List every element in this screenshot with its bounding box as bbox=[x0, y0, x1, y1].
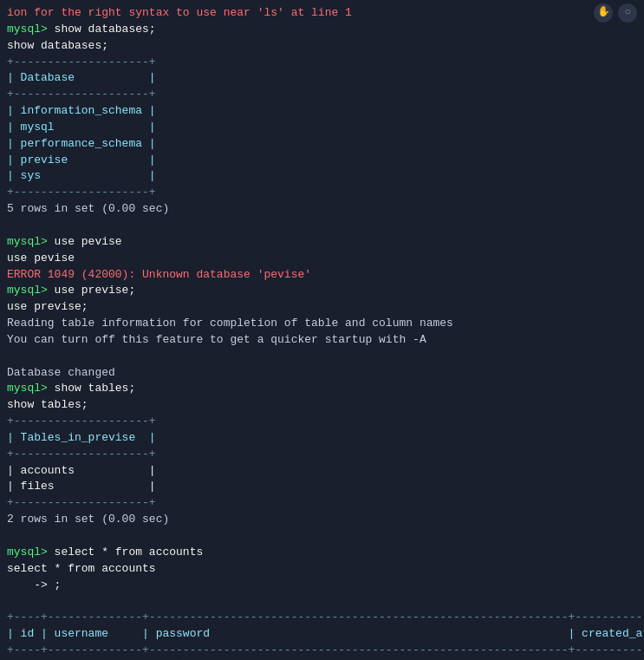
line-prompt-use-previse: mysql> use previse; bbox=[7, 283, 637, 299]
line-db-changed: Database changed bbox=[7, 365, 637, 382]
line-error-unknown-db: ERROR 1049 (42000): Unknown database 'pe… bbox=[7, 267, 637, 284]
line-tb5: +--------------------+ bbox=[7, 447, 637, 463]
line-cmd-select-arrow: -> ; bbox=[7, 578, 637, 594]
line-prompt-show-tables: mysql> show tables; bbox=[7, 381, 637, 397]
line-db-header: | Database | bbox=[7, 70, 637, 87]
line-db-info-schema: | information_schema | bbox=[7, 103, 637, 120]
line-acc-header: | id | username | password | created_at … bbox=[7, 626, 637, 643]
line-error-ls: ion for the right syntax to use near 'ls… bbox=[7, 5, 637, 22]
line-tables-header: | Tables_in_previse | bbox=[7, 430, 637, 447]
line-tb1: +--------------------+ bbox=[7, 55, 637, 71]
line-cmd-show-tables: show tables; bbox=[7, 397, 637, 414]
line-db-mysql: | mysql | bbox=[7, 120, 637, 136]
line-rows-db: 5 rows in set (0.00 sec) bbox=[7, 201, 637, 218]
line-tb3: +--------------------+ bbox=[7, 185, 637, 201]
top-bar: ✋ ○ bbox=[594, 3, 637, 23]
line-table-files: | files | bbox=[7, 479, 637, 495]
line-blank4 bbox=[7, 593, 637, 610]
circle-icon: ○ bbox=[618, 3, 637, 23]
line-blank1 bbox=[7, 218, 637, 234]
line-blank2 bbox=[7, 349, 637, 365]
line-db-perf-schema: | performance_schema | bbox=[7, 136, 637, 153]
terminal-window: ✋ ○ ion for the right syntax to use near… bbox=[0, 0, 644, 660]
line-cmd-show-db: show databases; bbox=[7, 38, 637, 55]
line-cmd-use-pevise: use pevise bbox=[7, 251, 637, 267]
line-prompt-use-pevise: mysql> use pevise bbox=[7, 234, 637, 251]
line-table-accounts: | accounts | bbox=[7, 463, 637, 480]
line-turn-off: You can turn off this feature to get a q… bbox=[7, 332, 637, 349]
line-tb2: +--------------------+ bbox=[7, 87, 637, 103]
line-acc-border-top: +----+--------------+-------------------… bbox=[7, 610, 637, 626]
line-reading-table: Reading table information for completion… bbox=[7, 316, 637, 332]
line-tb6: +--------------------+ bbox=[7, 495, 637, 512]
line-rows-tables: 2 rows in set (0.00 sec) bbox=[7, 512, 637, 528]
line-acc-border-mid: +----+--------------+-------------------… bbox=[7, 643, 637, 659]
line-blank3 bbox=[7, 528, 637, 545]
line-db-previse: | previse | bbox=[7, 153, 637, 169]
line-prompt-select: mysql> select * from accounts bbox=[7, 545, 637, 561]
line-cmd-use-previse: use previse; bbox=[7, 299, 637, 316]
line-cmd-select: select * from accounts bbox=[7, 561, 637, 578]
hand-icon: ✋ bbox=[594, 3, 613, 23]
line-prompt-show-db: mysql> show databases; bbox=[7, 22, 637, 38]
line-db-sys: | sys | bbox=[7, 168, 637, 185]
line-tb4: +--------------------+ bbox=[7, 414, 637, 430]
